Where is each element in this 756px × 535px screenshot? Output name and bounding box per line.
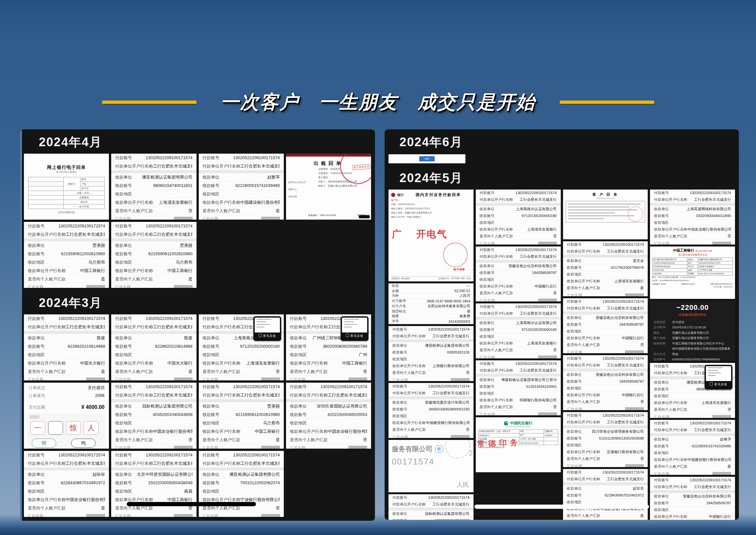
field-label: 是否向个人账户汇款: [567, 513, 601, 518]
stamp-ring: [445, 440, 470, 459]
card-section-divider: [111, 239, 196, 241]
field-value: 工行合肥长丰北城支行: [607, 306, 644, 311]
field-value: 否: [188, 208, 193, 214]
transfer-record-card: 付款账号13020522209100171574付款单位开户行名称工行合肥长丰北…: [286, 383, 371, 449]
field-value: 13020522209100171574: [603, 356, 644, 360]
field-label: 收款单位: [202, 472, 220, 477]
field-value: 博森检验认证集团有限公司江苏分公司: [501, 378, 557, 382]
field-row: 收款单位开户行名称中国银行总行: [476, 283, 561, 290]
idiom-tile[interactable]: 惊: [66, 421, 81, 435]
field-row: 收款账号97120155200000180: [476, 326, 561, 333]
field-label: 付款账号: [28, 316, 44, 322]
pseudo-text-line: [568, 204, 641, 205]
field-label: 付款账号: [392, 327, 407, 332]
field-value: 41021500040020053: [327, 412, 367, 417]
field-label: 收款单位: [654, 437, 669, 442]
field-label: 收款地区: [480, 334, 495, 339]
clipped-amount-row: 汇款金额: [563, 463, 648, 467]
card-section-divider: [389, 508, 473, 510]
field-row: 收款账号6222800015741039485: [650, 443, 735, 450]
field-row: 收款地区: [650, 393, 735, 400]
field-value: 否: [553, 405, 557, 409]
idiom-tile[interactable]: 一: [30, 421, 45, 435]
field-row: 是否向个人账户汇款否: [389, 427, 473, 434]
blue-action-button[interactable]: [419, 156, 435, 161]
idiom-choice-button[interactable]: 鸣: [71, 438, 96, 448]
field-row: 是否向个人账户汇款是: [199, 207, 284, 215]
field-row: 付款账号13020522209100171574: [650, 189, 735, 196]
feedback-widget[interactable]: 意见反馈: [341, 316, 368, 341]
field-label: 汇款金额: [480, 298, 495, 301]
field-value: 工行合肥长丰北城支行: [607, 477, 644, 482]
field-label: 收款单位开户行名称: [480, 398, 513, 403]
receipt-verify: 验证码：jD-eRWRa3NGsSvs9s-uh3lmPL1k-: [652, 279, 733, 282]
field-row: 是否向个人账户汇款是: [24, 367, 109, 376]
clipped-amount-row: 汇款金额: [476, 240, 561, 244]
field-value: 13020522209100171574: [146, 453, 193, 457]
field-row: 是否向个人账户汇款否: [650, 407, 735, 413]
transfer-record-card: 付款账号13020522209100171574付款单位开户行名称工行合肥长丰北…: [563, 412, 648, 467]
field-value: 6226620210814968: [155, 344, 193, 349]
field-value: 13020522209100171574: [320, 384, 367, 389]
field-label: 付款账号: [202, 384, 220, 390]
field-label: 汇款金额: [567, 407, 582, 410]
home-indicator[interactable]: [127, 502, 256, 506]
field-value: 工行合肥长丰北城支行: [66, 232, 105, 238]
field-label: 收款单位: [28, 472, 44, 477]
field-value: 中国农业银行股份有限公司: [328, 429, 367, 435]
field-label: 付款账号: [202, 452, 220, 458]
print-date: 打印日期：2024年5月: [652, 286, 733, 289]
field-label: 付款账号: [567, 413, 582, 418]
field-row: 付款账号13020522209100171574: [199, 451, 284, 459]
field-label: 是否向个人账户汇款: [480, 234, 513, 239]
idiom-tile[interactable]: 人: [84, 421, 98, 435]
feedback-widget[interactable]: 意见反馈: [705, 365, 732, 389]
field-row: 付款账号13020522209100171574: [111, 222, 196, 230]
field-row: 收款单位安徽柒色云信息科技有限公司: [563, 314, 648, 321]
field-row: 付款单位开户行名称工行合肥长丰北城支行: [111, 459, 196, 468]
field-value: 中国工商银行: [80, 268, 105, 274]
detail-label: 商品: [653, 331, 672, 335]
field-row: 付款单位开户行名称工行合肥长丰北城支行: [563, 362, 648, 369]
field-label: 收款单位开户行名称: [115, 200, 153, 205]
field-label: 付款账号: [392, 384, 407, 389]
home-indicator[interactable]: [474, 505, 649, 509]
field-value: 安徽柒色云信息科技有限公司: [683, 494, 731, 499]
field-value: 中国银行总行: [535, 284, 557, 289]
field-label: 收款账号: [202, 412, 220, 418]
card-column: 客 户 回 单2024-05-04 15:31:49付款账号1302052220…: [563, 189, 648, 520]
idiom-tile[interactable]: [48, 421, 63, 435]
transfer-record-card: 付款账号13020522209100171574付款单位开户行名称工行合肥长丰北…: [111, 383, 196, 449]
field-label: 收款账号: [567, 436, 582, 441]
idiom-choice-button[interactable]: 明: [32, 438, 56, 448]
field-value: 挪亚检测认证集团有限公司: [142, 174, 193, 180]
field-label: 是否向个人账户汇款: [202, 208, 240, 214]
field-row: 收款账号6215590611002610960: [111, 250, 196, 258]
feedback-widget[interactable]: 意见反馈: [254, 316, 281, 341]
clipped-value: [174, 514, 193, 517]
field-value: 四川华谁企业管理服务有限公司: [592, 429, 644, 434]
field-label: 汇款金额: [392, 435, 408, 438]
field-row: 收款单位开户行名称上海浦东发展银行: [650, 400, 735, 407]
field-value: 13020522209100171574: [146, 316, 193, 321]
field-row: 付款单位开户行名称工行合肥长丰北城支行: [476, 196, 561, 203]
receipt-subtitle: 客户收付款入账通知: [26, 170, 106, 174]
field-row: 付款账号13020522209100171574: [199, 154, 284, 162]
pseudo-text-line: [568, 212, 615, 213]
receipt-table: 浙江最尔游乐设备有限公司收款人安徽玖旭认证服务有限公司1202051409800…: [652, 258, 733, 276]
field-label: 汇款金额: [28, 377, 43, 380]
transfer-record-card: 付款账号13020522209100171574付款单位开户行名称工行合肥长丰北…: [650, 420, 735, 475]
field-value: 冠标检测认证集团有限公司: [142, 403, 193, 409]
thumb-line: [708, 375, 716, 376]
field-row: 付款账号13020522209100171574: [199, 383, 284, 391]
red-overprint-suffix: 开电气: [416, 229, 447, 239]
field-label: 收款地区: [202, 352, 220, 358]
field-value: 13020522209100171574: [146, 155, 193, 160]
field-row: 是否向个人账户汇款是: [111, 367, 196, 376]
field-value: 合肥众标技术服务有限公司: [428, 304, 470, 309]
field-label: 付款账号: [115, 223, 132, 229]
field-value: 工行合肥长丰北城支行: [520, 311, 557, 316]
field-label: 收款账号: [567, 493, 582, 498]
pseudo-text-line: [568, 206, 630, 208]
white-patch: [402, 230, 416, 239]
